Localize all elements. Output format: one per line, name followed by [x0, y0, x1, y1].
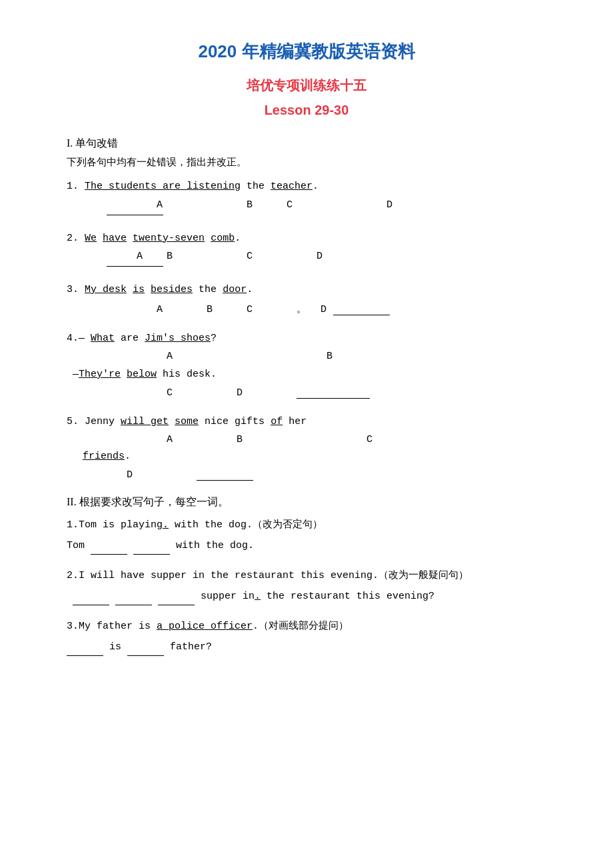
ii-q1-original: 1.Tom is playing. with the dog.（改为否定句）: [67, 516, 546, 534]
q2-options: A B C D: [107, 251, 546, 262]
q3-text: My desk is besides the door.: [85, 284, 253, 295]
q5-num: 5.: [67, 416, 79, 427]
q5-text1: Jenny will get some nice gifts of her: [85, 416, 306, 427]
q3-options: A B C 。 D: [107, 303, 546, 315]
main-title: 2020 年精编冀教版英语资料: [67, 40, 546, 63]
q1-num: 1.: [67, 181, 79, 192]
q4-text-q: What are Jim's shoes?: [91, 333, 217, 344]
ii-q3-rewrite: is father?: [67, 638, 546, 656]
q3-sentence: 3. My desk is besides the door.: [67, 281, 546, 299]
q1-answer-row: [107, 215, 546, 215]
q2-answer-row: [107, 266, 546, 267]
q1-sentence: 1. The students are listening the teache…: [67, 178, 546, 195]
q1-text: The students are listening the teacher.: [85, 181, 318, 192]
ii-question-1: 1.Tom is playing. with the dog.（改为否定句） T…: [67, 516, 546, 555]
ii-q3-original: 3.My father is a police officer.（对画线部分提问…: [67, 617, 546, 635]
q5-options1: A B C: [107, 434, 546, 445]
section1-header: I. 单句改错: [67, 137, 546, 151]
q4-options-q: A B: [107, 351, 546, 362]
q4-sentence-q: 4.— What are Jim's shoes?: [67, 330, 546, 347]
ii-q1-rewrite: Tom with the dog.: [67, 537, 546, 555]
q4-options-a: C D: [107, 387, 546, 399]
ii-question-2: 2.I will have supper in the restaurant t…: [67, 567, 546, 605]
ii-q2-original: 2.I will have supper in the restaurant t…: [67, 567, 546, 585]
question-4: 4.— What are Jim's shoes? A B —They're b…: [67, 330, 546, 399]
ii-q2-rewrite: supper in. the restaurant this evening?: [67, 587, 546, 605]
q1-options: A B C D: [107, 199, 546, 211]
lesson-title: Lesson 29-30: [67, 103, 546, 118]
question-2: 2. We have twenty-seven comb. A B C D: [67, 230, 546, 267]
q4-num: 4.—: [67, 333, 85, 344]
ii-question-3: 3.My father is a police officer.（对画线部分提问…: [67, 617, 546, 656]
q5-sentence2: friends.: [83, 448, 546, 465]
q2-sentence: 2. We have twenty-seven comb.: [67, 230, 546, 247]
section2-block: 1.Tom is playing. with the dog.（改为否定句） T…: [67, 516, 546, 656]
question-1: 1. The students are listening the teache…: [67, 178, 546, 215]
question-3: 3. My desk is besides the door. A B C 。 …: [67, 281, 546, 315]
section2-header: II. 根据要求改写句子，每空一词。: [67, 495, 546, 509]
question-5: 5. Jenny will get some nice gifts of her…: [67, 413, 546, 481]
sub-title: 培优专项训练练十五: [67, 77, 546, 95]
q2-num: 2.: [67, 233, 79, 244]
section1-desc: 下列各句中均有一处错误，指出并改正。: [67, 156, 546, 169]
q3-num: 3.: [67, 284, 79, 295]
q5-sentence1: 5. Jenny will get some nice gifts of her: [67, 413, 546, 431]
q4-sentence-a: —They're below his desk.: [67, 366, 546, 383]
q5-options2: D: [107, 469, 546, 481]
q2-text: We have twenty-seven comb.: [85, 233, 241, 244]
